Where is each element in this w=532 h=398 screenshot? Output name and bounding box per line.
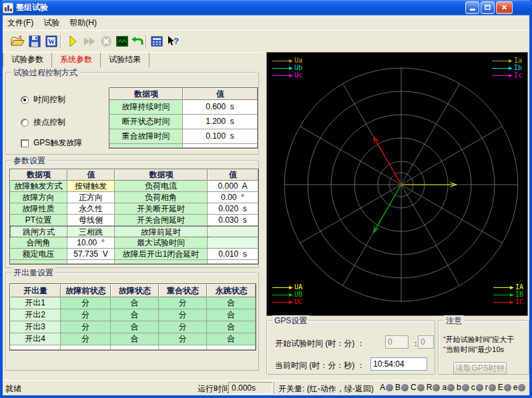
open-button[interactable] <box>9 33 25 49</box>
table-cell[interactable]: 分 <box>159 309 207 321</box>
table-cell[interactable]: 合 <box>207 321 256 333</box>
table-cell[interactable]: 正方向 <box>67 192 115 203</box>
gps-current-time-input[interactable] <box>370 357 427 371</box>
play-button[interactable] <box>65 33 81 49</box>
table-cell[interactable] <box>208 237 258 249</box>
table-cell: 开出2 <box>10 309 61 321</box>
save-button[interactable] <box>27 33 43 49</box>
empty-strip <box>10 345 61 350</box>
table-cell[interactable]: 分 <box>159 297 207 309</box>
table-cell[interactable]: 故障前延时 <box>115 226 208 237</box>
waveform-button[interactable] <box>114 33 130 49</box>
radio-time-icon[interactable] <box>21 96 29 104</box>
led-circle-icon <box>417 384 425 391</box>
output-table: 开出量故障前状态故障状态重合状态永跳状态开出1分合分合开出2分合分合开出3分合分… <box>9 283 256 351</box>
table-cell[interactable]: 0.020 s <box>208 203 258 215</box>
gps-start-minute-input[interactable] <box>418 335 434 349</box>
table-cell[interactable]: 分 <box>61 321 111 333</box>
column-header: 永跳状态 <box>207 284 256 297</box>
stop-button[interactable] <box>98 33 114 49</box>
legend-label: UA <box>294 284 302 291</box>
maximize-button[interactable] <box>481 1 495 14</box>
close-button[interactable]: ✕ <box>496 1 513 14</box>
table-cell: 开出4 <box>10 333 61 345</box>
empty-strip <box>207 345 256 350</box>
radio-contact-label: 接点控制 <box>33 117 65 128</box>
table-cell[interactable]: 0.600 s <box>183 100 258 115</box>
menu-item-0[interactable]: 文件(F) <box>3 15 39 31</box>
minimize-button[interactable] <box>465 1 479 14</box>
table-cell[interactable]: 合 <box>207 333 256 345</box>
table-cell[interactable]: 分 <box>61 333 111 345</box>
table-cell[interactable]: 合 <box>111 309 159 321</box>
checkbox-gps-trigger[interactable]: GPS触发故障 <box>21 137 82 149</box>
table-cell[interactable]: 57.735 V <box>67 249 115 260</box>
table-cell[interactable]: 合 <box>111 321 159 333</box>
radio-time-control[interactable]: 时间控制 <box>21 94 65 105</box>
led-label: r <box>485 383 488 392</box>
table-cell[interactable]: 10.00 ° <box>67 237 115 249</box>
table-cell: 故障触发方式 <box>10 181 67 192</box>
table-cell[interactable]: 故障后开出1闭合延时 <box>115 249 208 260</box>
table-cell[interactable]: 三相跳 <box>67 226 115 237</box>
table-cell[interactable]: 开关断开延时 <box>115 203 208 215</box>
table-cell[interactable]: 按键触发 <box>67 181 115 192</box>
led-circle-icon <box>433 384 440 391</box>
table-cell[interactable]: 分 <box>159 333 207 345</box>
led-indicator-c: c <box>471 383 483 392</box>
undo-button[interactable] <box>130 33 146 49</box>
table-cell[interactable]: 负荷电流 <box>115 181 208 192</box>
table-cell[interactable]: 分 <box>61 297 111 309</box>
tab-1[interactable]: 系统参数 <box>52 53 101 67</box>
help-button[interactable]: ? <box>165 33 181 49</box>
table-cell[interactable]: 分 <box>61 309 111 321</box>
legend-label: UC <box>294 299 302 305</box>
table-cell[interactable]: 0.000 A <box>208 181 258 192</box>
menu-item-1[interactable]: 试验 <box>39 15 65 31</box>
tab-2[interactable]: 试验结果 <box>101 53 150 67</box>
led-indicator-B: B <box>395 383 409 392</box>
table-cell: 合闸角 <box>10 237 67 249</box>
fast-forward-button[interactable] <box>81 33 97 49</box>
tab-0[interactable]: 试验参数 <box>3 53 52 67</box>
table-cell[interactable]: 1.200 s <box>183 115 258 129</box>
phasor-diagram: UaUbUc IaIbIc UAUBUC IAIBIC <box>266 52 528 316</box>
menu-item-2[interactable]: 帮助(H) <box>65 15 102 31</box>
legend-arrow-icon <box>492 65 513 71</box>
radio-contact-icon[interactable] <box>21 119 29 127</box>
table-cell[interactable]: 合 <box>111 333 159 345</box>
table-cell[interactable]: 0.030 s <box>208 215 258 226</box>
table-cell[interactable]: 0.010 s <box>208 249 258 260</box>
empty-strip <box>159 345 207 350</box>
table-cell: PT位置 <box>10 215 67 226</box>
led-circle-icon <box>518 384 525 391</box>
table-cell[interactable]: 母线侧 <box>67 215 115 226</box>
table-cell[interactable]: 合 <box>111 297 159 309</box>
table-cell[interactable]: 分 <box>159 321 207 333</box>
table-cell[interactable] <box>208 226 258 237</box>
led-label: C <box>411 383 417 392</box>
table-cell[interactable]: 0.00 ° <box>208 192 258 203</box>
gps-current-label: 当前时间 (时：分：秒) ： <box>275 360 365 371</box>
calculator-button[interactable] <box>149 33 165 49</box>
legend-arrow-icon <box>272 65 294 71</box>
led-label: E <box>498 383 503 392</box>
table-cell[interactable]: 负荷相角 <box>115 192 208 203</box>
control-mode-group-title: 试验过程控制方式 <box>11 67 79 79</box>
gps-start-hour-input[interactable] <box>385 335 409 349</box>
table-cell[interactable]: 0.100 s <box>183 129 258 144</box>
table-cell[interactable]: 开关合闸延时 <box>115 215 208 226</box>
led-circle-icon <box>489 384 496 391</box>
table-cell: 故障持续时间 <box>109 100 183 115</box>
table-cell: 额定电压 <box>10 249 67 260</box>
table-cell[interactable]: 合 <box>207 309 256 321</box>
legend-label: Ib <box>514 65 522 71</box>
checkbox-gps-icon[interactable] <box>21 139 29 147</box>
read-gps-clock-button[interactable]: 读取GPS时钟 <box>453 362 507 375</box>
radio-contact-control[interactable]: 接点控制 <box>21 117 65 128</box>
table-cell[interactable]: 最大试验时间 <box>115 237 208 249</box>
table-cell[interactable]: 合 <box>207 297 256 309</box>
table-cell[interactable]: 永久性 <box>67 203 115 215</box>
export-word-button[interactable]: W <box>43 33 59 49</box>
note-line2: “当前时间”最少10s <box>443 345 504 355</box>
